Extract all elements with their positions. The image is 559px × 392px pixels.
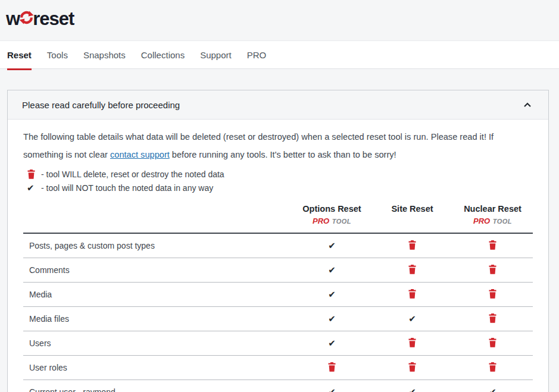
table-cell: ✔ (292, 313, 372, 324)
tool-label: TOOL (493, 218, 512, 225)
check-icon: ✔ (408, 314, 416, 323)
column-options-reset: Options Reset PRO TOOL (292, 203, 372, 227)
pro-label: PRO (313, 217, 329, 225)
pro-label: PRO (473, 217, 490, 225)
tab-tools[interactable]: Tools (47, 41, 68, 68)
trash-icon (408, 337, 417, 347)
trash-icon (408, 240, 417, 250)
row-label: Media (23, 290, 292, 299)
reset-tools-table: Options Reset PRO TOOL Site Reset Nuclea… (23, 203, 533, 392)
table-cell: ✔ (292, 265, 372, 275)
table-cell (372, 264, 452, 277)
table-cell: ✔ (292, 240, 372, 251)
column-label: Options Reset (292, 203, 372, 215)
tab-collections[interactable]: Collections (141, 41, 185, 68)
check-icon: ✔ (328, 290, 336, 299)
pro-tool-badge: PRO TOOL (292, 215, 372, 227)
table-cell (452, 313, 533, 325)
legend-item: ✔- tool will NOT touch the noted data in… (27, 181, 533, 195)
trash-icon (488, 337, 497, 347)
tab-snapshots[interactable]: Snapshots (83, 41, 126, 68)
panel-body: The following table details what data wi… (8, 120, 548, 392)
panel-title: Please read carefully before proceeding (22, 100, 180, 110)
check-icon: ✔ (328, 241, 336, 250)
check-icon: ✔ (408, 387, 416, 392)
trash-icon (408, 362, 417, 372)
row-label: Users (23, 338, 292, 348)
legend-item: - tool WILL delete, reset or destroy the… (27, 167, 533, 181)
table-body: Posts, pages & custom post types ✔ Comme… (23, 234, 533, 392)
table-cell (372, 362, 452, 374)
check-icon: ✔ (328, 338, 336, 347)
table-row: User roles (23, 356, 533, 380)
legend-text: - tool WILL delete, reset or destroy the… (41, 170, 224, 179)
trash-icon (408, 288, 417, 299)
pro-tool-badge: PRO TOOL (452, 215, 533, 227)
table-cell: ✔ (292, 387, 372, 392)
table-cell (372, 288, 452, 301)
table-header-row: Options Reset PRO TOOL Site Reset Nuclea… (23, 203, 533, 234)
tab-reset[interactable]: Reset (7, 41, 32, 68)
table-cell: ✔ (292, 289, 372, 300)
table-cell (452, 264, 533, 277)
table-cell: ✔ (372, 387, 452, 392)
chevron-up-icon (523, 101, 532, 109)
legend-text: - tool will NOT touch the noted data in … (41, 183, 213, 193)
trash-icon (488, 362, 497, 372)
row-label: Current user - raymond (23, 387, 292, 392)
check-icon: ✔ (328, 314, 336, 323)
row-label: User roles (23, 363, 292, 372)
table-cell (372, 240, 452, 252)
table-row: Current user - raymond ✔ ✔ ✔ (23, 380, 533, 392)
column-label: Nuclear Reset (452, 203, 533, 215)
trash-icon (408, 264, 417, 274)
trash-icon (488, 264, 497, 274)
table-cell (452, 362, 533, 374)
tool-label: TOOL (332, 218, 351, 225)
column-nuclear-reset: Nuclear Reset PRO TOOL (452, 203, 533, 227)
trash-icon (488, 288, 497, 299)
table-cell (452, 288, 533, 301)
check-icon: ✔ (489, 387, 496, 392)
intro-text-2: before running any tools. It's better to… (170, 150, 396, 159)
table-cell (452, 240, 533, 252)
table-cell: ✔ (452, 387, 533, 392)
trash-icon (27, 169, 36, 179)
row-label: Comments (23, 265, 292, 275)
check-icon: ✔ (328, 265, 336, 274)
read-carefully-panel: Please read carefully before proceeding … (7, 90, 549, 392)
masthead: w reset (0, 0, 559, 40)
legend-icon-wrap (27, 169, 41, 179)
contact-support-link[interactable]: contact support (110, 150, 170, 159)
table-cell: ✔ (372, 313, 452, 324)
tab-pro[interactable]: PRO (247, 41, 267, 68)
table-cell: ✔ (292, 338, 372, 349)
table-row: Comments ✔ (23, 258, 533, 283)
legend-icon-wrap: ✔ (27, 183, 41, 192)
reset-refresh-icon (20, 8, 33, 29)
panel-header[interactable]: Please read carefully before proceeding (8, 90, 548, 120)
check-icon: ✔ (27, 183, 35, 192)
table-cell (292, 362, 372, 374)
row-label: Media files (23, 314, 292, 324)
trash-icon (327, 362, 336, 372)
row-label: Posts, pages & custom post types (23, 241, 292, 250)
table-cell (452, 337, 533, 350)
table-row: Media files ✔ ✔ (23, 307, 533, 331)
trash-icon (488, 313, 497, 323)
intro-paragraph: The following table details what data wi… (23, 128, 533, 164)
legend: - tool WILL delete, reset or destroy the… (27, 167, 533, 195)
column-label: Site Reset (372, 203, 452, 215)
wp-reset-logo: w reset (6, 8, 559, 29)
table-row: Posts, pages & custom post types ✔ (23, 234, 533, 258)
table-row: Media ✔ (23, 283, 533, 307)
column-site-reset: Site Reset (372, 203, 452, 215)
logo-text-w: w (6, 10, 20, 28)
trash-icon (488, 240, 497, 250)
table-row: Users ✔ (23, 331, 533, 356)
main-nav: ResetToolsSnapshotsCollectionsSupportPRO (0, 40, 559, 69)
table-cell (372, 337, 452, 350)
collapse-button[interactable] (521, 99, 534, 111)
tab-support[interactable]: Support (200, 41, 232, 68)
check-icon: ✔ (328, 387, 336, 392)
